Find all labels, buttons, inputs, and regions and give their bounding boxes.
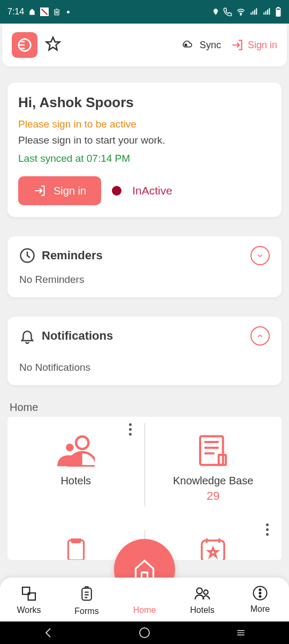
svg-point-2: [240, 14, 241, 15]
home-grid: Hotels Knowledge Base 29: [7, 417, 282, 560]
nav-forms[interactable]: Forms: [58, 585, 116, 616]
nav-more[interactable]: More: [231, 585, 289, 616]
nav-hotels[interactable]: Hotels: [173, 585, 231, 616]
app-logo[interactable]: [12, 32, 37, 58]
svg-point-17: [76, 437, 88, 449]
svg-point-18: [66, 444, 74, 452]
tile-knowledge-base[interactable]: Knowledge Base 29: [145, 417, 282, 513]
tile-hotels[interactable]: Hotels: [7, 417, 144, 513]
tile-label: Hotels: [60, 475, 91, 487]
more-icon: [252, 585, 268, 601]
nav-label: More: [250, 604, 270, 614]
hotels-icon: [193, 585, 212, 602]
reminders-header[interactable]: Reminders: [7, 236, 282, 271]
nav-label: Home: [133, 605, 156, 615]
reminders-title: Reminders: [42, 249, 103, 263]
nav-works[interactable]: Works: [0, 585, 58, 616]
notifications-header[interactable]: Notifications: [7, 317, 282, 351]
phone-icon: [223, 7, 232, 17]
android-status-bar: 7:14: [0, 0, 289, 24]
greeting-text: Hi, Ashok Spoors: [18, 94, 271, 111]
nav-label: Works: [17, 605, 41, 615]
tile-menu-button[interactable]: [129, 423, 132, 436]
nav-label: Forms: [74, 606, 98, 616]
activity-status: InActive: [132, 184, 172, 197]
sync-label: Sync: [200, 40, 221, 51]
notif-icon-2: [40, 8, 49, 16]
svg-rect-13: [277, 10, 280, 16]
svg-point-30: [260, 589, 261, 590]
works-icon: [20, 585, 38, 602]
notifications-body: No Notifications: [7, 351, 282, 385]
svg-rect-9: [267, 10, 268, 14]
home-button[interactable]: [138, 626, 151, 639]
signal-icon: [249, 8, 259, 16]
document-icon: [196, 433, 230, 468]
bottom-nav: Works Forms Home Hotels More: [0, 578, 289, 621]
battery-icon: [275, 7, 282, 17]
reminders-body: No Reminders: [7, 271, 282, 297]
signin-icon: [33, 184, 47, 198]
recent-button[interactable]: [234, 627, 247, 638]
cloud-sync-icon: [179, 39, 194, 51]
svg-point-31: [260, 593, 261, 594]
svg-rect-7: [263, 12, 264, 14]
svg-point-15: [185, 44, 187, 46]
signal-icon-2: [262, 8, 272, 16]
nav-home[interactable]: Home: [116, 585, 173, 616]
svg-rect-26: [82, 588, 92, 601]
dot-icon: [67, 11, 70, 13]
svg-rect-3: [250, 12, 252, 14]
home-section-label: Home: [10, 401, 279, 414]
notifications-title: Notifications: [42, 329, 113, 343]
active-prompt: Please sign in to be active: [18, 118, 271, 130]
favorite-button[interactable]: [45, 36, 61, 54]
bell-icon: [19, 328, 35, 344]
android-nav-bar: [0, 621, 289, 644]
status-indicator: [112, 186, 121, 196]
signin-icon: [231, 38, 245, 52]
reminders-card: Reminders No Reminders: [7, 236, 282, 297]
notifications-card: Notifications No Notifications: [7, 317, 282, 385]
tile-menu-button[interactable]: [266, 523, 269, 536]
delete-icon: [53, 8, 60, 16]
chevron-down-icon: [255, 252, 265, 259]
clock-icon: [19, 248, 35, 264]
svg-rect-10: [269, 8, 270, 14]
wifi-icon: [235, 8, 246, 16]
notif-icon: [28, 8, 36, 16]
sync-button[interactable]: Sync: [179, 39, 221, 51]
work-prompt: Please sign in to start your work.: [18, 134, 271, 146]
signin-button[interactable]: Sign in: [18, 176, 101, 205]
svg-point-28: [204, 590, 208, 594]
back-button[interactable]: [42, 626, 55, 639]
last-synced: Last synced at 07:14 PM: [18, 153, 271, 164]
expand-reminders[interactable]: [250, 246, 270, 265]
chevron-up-icon: [255, 333, 265, 339]
tile-count: 29: [207, 489, 219, 503]
people-icon: [57, 435, 95, 467]
svg-rect-4: [253, 11, 254, 15]
location-icon: [212, 7, 219, 17]
svg-point-27: [196, 588, 202, 594]
svg-rect-22: [71, 538, 80, 543]
collapse-notifications[interactable]: [250, 326, 270, 346]
app-header: Sync Sign in: [2, 24, 287, 66]
signin-button-label: Sign in: [54, 185, 86, 197]
forms-icon: [79, 585, 95, 603]
tile-label: Knowledge Base: [173, 475, 253, 487]
svg-rect-12: [278, 8, 279, 9]
svg-rect-8: [265, 11, 267, 15]
signin-label: Sign in: [248, 40, 277, 51]
svg-rect-6: [256, 8, 257, 14]
svg-point-33: [140, 628, 149, 638]
svg-point-32: [260, 596, 261, 597]
clipboard-icon: [63, 538, 89, 560]
nav-label: Hotels: [190, 605, 214, 615]
svg-rect-5: [254, 10, 255, 14]
status-time: 7:14: [7, 7, 24, 17]
signin-link[interactable]: Sign in: [231, 38, 277, 52]
calendar-star-icon: [198, 538, 228, 560]
greeting-card: Hi, Ashok Spoors Please sign in to be ac…: [7, 83, 282, 217]
